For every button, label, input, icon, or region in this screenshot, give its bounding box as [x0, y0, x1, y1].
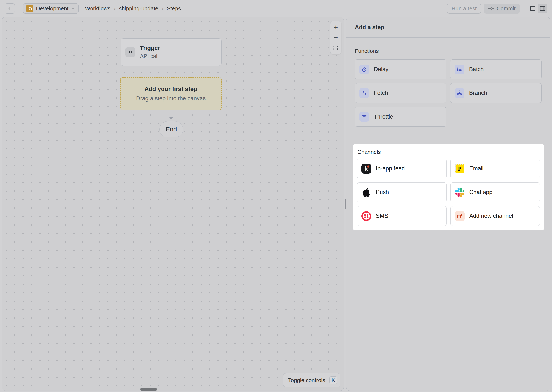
connector-line	[171, 66, 171, 77]
trigger-subtitle: API call	[140, 53, 160, 59]
channels-grid: k In-app feed P Email	[357, 159, 540, 226]
toggle-left-panel-button[interactable]	[528, 4, 537, 13]
channel-card-in-app-feed[interactable]: k In-app feed	[357, 159, 447, 178]
postmark-logo: P	[455, 164, 465, 173]
function-card-label: Delay	[374, 66, 388, 73]
toggle-controls-label: Toggle controls	[288, 377, 325, 384]
connector-arrow-icon	[169, 118, 173, 120]
workflow-canvas[interactable]: Trigger API call Add your first step Dra…	[2, 17, 344, 391]
commit-label: Commit	[496, 5, 516, 12]
channel-card-chat-app[interactable]: Chat app	[450, 182, 540, 202]
channel-card-push[interactable]: Push	[357, 182, 447, 202]
keyboard-shortcut-badge: K	[329, 376, 337, 384]
panel-right-icon	[539, 5, 546, 12]
channels-spotlight: Channels k In-app feed P Email	[353, 144, 544, 230]
channel-card-add-new[interactable]: Add new channel	[450, 206, 540, 226]
back-button[interactable]	[5, 3, 15, 14]
zoom-out-button[interactable]: −	[330, 33, 341, 43]
trigger-title: Trigger	[140, 45, 160, 51]
breadcrumb: Workflows › shipping-update › Steps	[85, 5, 181, 12]
function-card-label: Batch	[469, 66, 484, 73]
run-a-test-button[interactable]: Run a test	[447, 4, 481, 14]
dropzone-subtitle: Drag a step into the canvas	[136, 95, 206, 102]
horizontal-scrollbar-thumb[interactable]	[140, 388, 157, 391]
toggle-controls-button[interactable]: Toggle controls K	[283, 373, 341, 387]
sidebar-title: Add a step	[346, 17, 550, 38]
back-chevron-icon	[7, 6, 12, 11]
breadcrumb-steps: Steps	[167, 5, 181, 12]
slack-logo	[455, 188, 465, 197]
breadcrumb-workflow-name[interactable]: shipping-update	[119, 5, 158, 12]
connector-line	[171, 110, 171, 118]
swap-arrows-icon	[359, 88, 369, 98]
top-bar: Development Workflows › shipping-update …	[0, 0, 552, 17]
environment-label: Development	[36, 5, 68, 12]
add-first-step-dropzone[interactable]: Add your first step Drag a step into the…	[120, 77, 222, 110]
function-card-throttle[interactable]: Throttle	[355, 107, 446, 126]
knock-logo: k	[361, 164, 371, 174]
canvas-zoom-controls: + −	[330, 21, 341, 54]
channels-section-label: Channels	[357, 149, 540, 155]
end-node: End	[160, 121, 183, 137]
functions-section-label: Functions	[355, 48, 542, 54]
toggle-right-panel-button[interactable]	[537, 4, 547, 13]
function-card-delay[interactable]: Delay	[355, 59, 446, 79]
dropzone-title: Add your first step	[145, 86, 197, 92]
channel-card-label: Email	[469, 165, 484, 172]
zoom-in-button[interactable]: +	[330, 22, 341, 33]
add-channel-icon	[455, 211, 465, 221]
function-card-label: Branch	[469, 90, 487, 96]
channel-card-sms[interactable]: SMS	[357, 206, 447, 226]
trigger-step-node[interactable]: Trigger API call	[121, 38, 222, 66]
tree-icon	[455, 88, 465, 98]
channel-card-label: Chat app	[469, 189, 493, 196]
stopwatch-icon	[359, 64, 369, 74]
topbar-divider	[523, 5, 524, 12]
function-card-fetch[interactable]: Fetch	[355, 83, 446, 103]
breadcrumb-separator: ›	[114, 5, 116, 12]
code-icon	[125, 47, 135, 57]
twilio-logo	[361, 211, 371, 221]
knock-logo-dot	[367, 165, 369, 168]
environment-dropdown[interactable]: Development	[23, 3, 79, 14]
fit-view-icon	[333, 45, 339, 51]
vertical-scrollbar-thumb[interactable]	[345, 199, 346, 209]
section-divider	[355, 137, 542, 137]
channel-card-label: In-app feed	[376, 165, 405, 172]
list-icon	[455, 64, 465, 74]
channel-card-label: Push	[376, 189, 389, 196]
function-card-label: Fetch	[374, 90, 388, 96]
breadcrumb-workflows[interactable]: Workflows	[85, 5, 110, 12]
chevron-down-icon	[71, 6, 75, 11]
commit-button[interactable]: Commit	[484, 4, 520, 14]
function-card-label: Throttle	[374, 113, 393, 120]
channel-card-email[interactable]: P Email	[450, 159, 540, 178]
channel-card-label: Add new channel	[469, 213, 513, 219]
apple-logo	[361, 188, 371, 197]
filter-lines-icon	[359, 112, 369, 122]
fit-view-button[interactable]	[330, 43, 341, 53]
functions-grid: Delay Batch Fetch	[355, 59, 542, 126]
channel-card-label: SMS	[376, 213, 388, 219]
git-commit-icon	[488, 6, 494, 11]
environment-folder-icon	[26, 5, 33, 12]
breadcrumb-separator: ›	[161, 5, 163, 12]
panel-left-icon	[530, 5, 536, 12]
add-step-sidebar: Add a step Functions Delay	[346, 17, 550, 391]
function-card-branch[interactable]: Branch	[450, 83, 542, 103]
function-card-batch[interactable]: Batch	[450, 59, 542, 79]
